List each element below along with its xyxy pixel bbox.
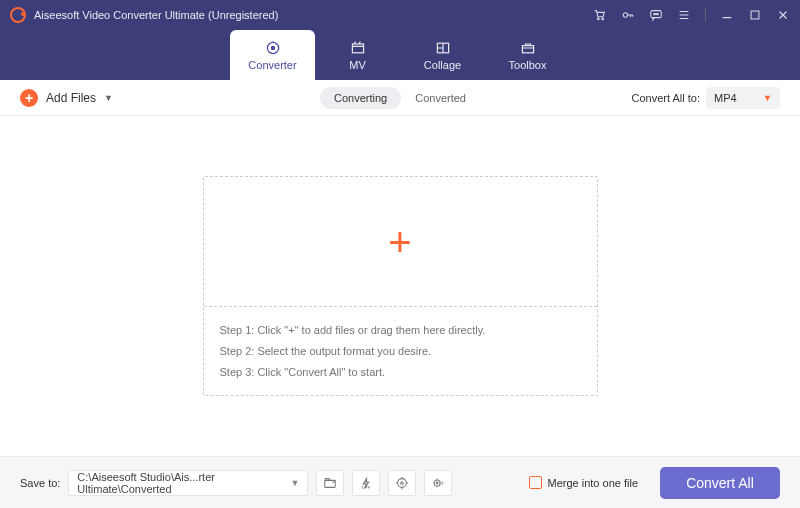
tab-converting[interactable]: Converting (320, 87, 401, 109)
add-files-label: Add Files (46, 91, 96, 105)
svg-point-0 (597, 18, 599, 20)
merge-label: Merge into one file (548, 477, 639, 489)
svg-point-6 (657, 14, 658, 15)
feedback-icon[interactable] (649, 8, 663, 22)
hardware-accel-button[interactable]: OFF (352, 470, 380, 496)
chevron-down-icon: ▼ (763, 93, 772, 103)
save-path-select[interactable]: C:\Aiseesoft Studio\Ais...rter Ultimate\… (68, 470, 308, 496)
svg-rect-12 (522, 45, 533, 52)
main-nav: Converter MV Collage Toolbox (0, 30, 800, 80)
svg-point-5 (655, 14, 656, 15)
plus-icon: + (20, 89, 38, 107)
main-area: + Step 1: Click "+" to add files or drag… (0, 116, 800, 456)
save-to-label: Save to: (20, 477, 60, 489)
step-3: Step 3: Click "Convert All" to start. (220, 366, 581, 378)
merge-checkbox[interactable]: Merge into one file (529, 476, 639, 489)
svg-rect-7 (751, 11, 759, 19)
format-select[interactable]: MP4 ▼ (706, 87, 780, 109)
svg-point-2 (623, 13, 627, 17)
chevron-down-icon: ▼ (290, 478, 299, 488)
svg-point-18 (437, 482, 439, 484)
svg-text:OFF: OFF (362, 485, 371, 490)
svg-point-1 (602, 18, 604, 20)
app-window: Aiseesoft Video Converter Ultimate (Unre… (0, 0, 800, 508)
tab-label: MV (349, 59, 366, 71)
tab-toolbox[interactable]: Toolbox (485, 30, 570, 80)
svg-rect-10 (352, 44, 363, 53)
tab-collage[interactable]: Collage (400, 30, 485, 80)
convert-all-to: Convert All to: MP4 ▼ (632, 87, 780, 109)
plus-icon: + (388, 222, 411, 262)
save-path: C:\Aiseesoft Studio\Ais...rter Ultimate\… (77, 471, 290, 495)
collage-icon (434, 40, 452, 56)
titlebar: Aiseesoft Video Converter Ultimate (Unre… (0, 0, 800, 30)
instructions: Step 1: Click "+" to add files or drag t… (204, 307, 597, 395)
menu-icon[interactable] (677, 8, 691, 22)
bottom-bar: Save to: C:\Aiseesoft Studio\Ais...rter … (0, 456, 800, 508)
toolbox-icon (519, 40, 537, 56)
format-selected: MP4 (714, 92, 737, 104)
tab-mv[interactable]: MV (315, 30, 400, 80)
maximize-icon[interactable] (748, 8, 762, 22)
app-title: Aiseesoft Video Converter Ultimate (Unre… (34, 9, 278, 21)
add-files-dropzone[interactable]: + (204, 177, 597, 307)
drop-zone: + Step 1: Click "+" to add files or drag… (203, 176, 598, 396)
close-icon[interactable] (776, 8, 790, 22)
task-schedule-button[interactable] (388, 470, 416, 496)
toolbar: + Add Files ▼ Converting Converted Conve… (0, 80, 800, 116)
key-icon[interactable] (621, 8, 635, 22)
minimize-icon[interactable] (720, 8, 734, 22)
svg-point-15 (398, 478, 407, 487)
convert-all-to-label: Convert All to: (632, 92, 700, 104)
step-1: Step 1: Click "+" to add files or drag t… (220, 324, 581, 336)
svg-point-16 (401, 481, 404, 484)
tab-label: Converter (248, 59, 296, 71)
tab-converter[interactable]: Converter (230, 30, 315, 80)
titlebar-icons (593, 8, 790, 22)
add-files-button[interactable]: + Add Files ▼ (20, 89, 113, 107)
tab-converted[interactable]: Converted (401, 87, 480, 109)
svg-point-9 (271, 46, 274, 49)
app-logo-icon (10, 7, 26, 23)
checkbox-icon (529, 476, 542, 489)
settings-button[interactable] (424, 470, 452, 496)
status-tabs: Converting Converted (320, 87, 480, 109)
mv-icon (349, 40, 367, 56)
open-folder-button[interactable] (316, 470, 344, 496)
svg-point-17 (434, 479, 440, 485)
chevron-down-icon: ▼ (104, 93, 113, 103)
converter-icon (264, 40, 282, 56)
convert-all-button[interactable]: Convert All (660, 467, 780, 499)
svg-point-4 (654, 14, 655, 15)
divider (705, 8, 706, 22)
tab-label: Toolbox (509, 59, 547, 71)
step-2: Step 2: Select the output format you des… (220, 345, 581, 357)
tab-label: Collage (424, 59, 461, 71)
cart-icon[interactable] (593, 8, 607, 22)
